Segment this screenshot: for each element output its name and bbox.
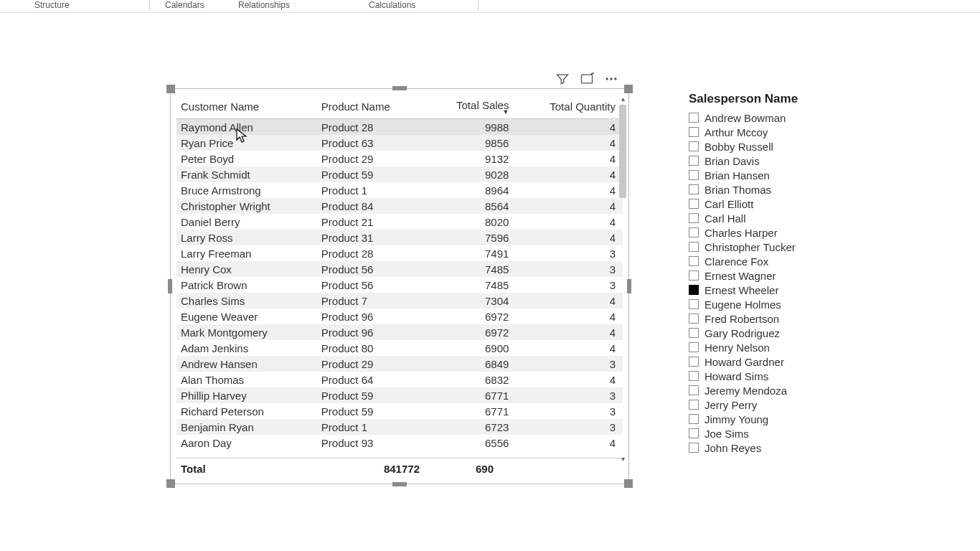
table-row[interactable]: Raymond AllenProduct 2899884 — [176, 119, 623, 136]
slicer-item[interactable]: Jerry Perry — [689, 397, 847, 412]
cell-qty[interactable]: 4 — [516, 340, 623, 356]
cell-qty[interactable]: 3 — [516, 419, 623, 435]
table-row[interactable]: Bruce ArmstrongProduct 189644 — [176, 182, 623, 198]
cell-product[interactable]: Product 80 — [317, 340, 428, 356]
cell-product[interactable]: Product 59 — [317, 403, 428, 419]
cell-customer[interactable]: Andrew Hansen — [176, 356, 317, 372]
cell-sales[interactable]: 7596 — [428, 230, 516, 245]
table-row[interactable]: Frank SchmidtProduct 5990284 — [176, 166, 623, 182]
cell-product[interactable]: Product 96 — [317, 324, 428, 340]
cell-qty[interactable]: 4 — [516, 372, 623, 387]
slicer-item[interactable]: Bobby Russell — [689, 139, 847, 154]
resize-handle-left[interactable] — [168, 279, 172, 293]
cell-qty[interactable]: 3 — [516, 403, 623, 419]
checkbox-icon[interactable] — [689, 357, 699, 367]
checkbox-icon[interactable] — [689, 156, 699, 166]
cell-qty[interactable]: 4 — [516, 151, 623, 166]
cell-sales[interactable]: 6771 — [428, 387, 516, 403]
cell-customer[interactable]: Daniel Berry — [176, 214, 317, 230]
checkbox-icon[interactable] — [689, 170, 699, 180]
slicer-item[interactable]: Brian Thomas — [689, 182, 847, 197]
checkbox-icon[interactable] — [689, 270, 699, 281]
slicer-item[interactable]: Howard Sims — [689, 369, 847, 383]
cell-sales[interactable]: 7485 — [428, 261, 516, 277]
cell-sales[interactable]: 9028 — [428, 166, 516, 182]
cell-sales[interactable]: 6556 — [428, 435, 516, 451]
cell-sales[interactable]: 6832 — [428, 372, 516, 387]
cell-customer[interactable]: Peter Boyd — [176, 151, 317, 166]
cell-product[interactable]: Product 93 — [317, 435, 428, 451]
cell-product[interactable]: Product 1 — [317, 182, 428, 198]
scroll-thumb[interactable] — [619, 105, 626, 198]
cell-qty[interactable]: 4 — [516, 230, 623, 245]
cell-sales[interactable]: 8964 — [428, 182, 516, 198]
table-row[interactable]: Aaron DayProduct 9365564 — [176, 435, 623, 451]
cell-qty[interactable]: 3 — [516, 387, 623, 403]
table-row[interactable]: Daniel BerryProduct 2180204 — [176, 214, 623, 230]
resize-handle-br[interactable] — [624, 479, 633, 488]
cell-product[interactable]: Product 59 — [317, 166, 428, 182]
cell-product[interactable]: Product 56 — [317, 261, 428, 277]
table-row[interactable]: Patrick BrownProduct 5674853 — [176, 277, 623, 293]
table-row[interactable]: Benjamin RyanProduct 167233 — [176, 419, 623, 435]
cell-sales[interactable]: 7485 — [428, 277, 516, 293]
cell-product[interactable]: Product 96 — [317, 309, 428, 324]
checkbox-icon[interactable] — [689, 213, 699, 223]
cell-qty[interactable]: 4 — [516, 135, 623, 151]
resize-handle-tl[interactable] — [166, 85, 175, 93]
slicer-item[interactable]: Andrew Bowman — [689, 110, 847, 125]
cell-sales[interactable]: 9856 — [428, 135, 516, 151]
slicer-item[interactable]: Ernest Wheeler — [689, 283, 847, 297]
table-row[interactable]: Christopher WrightProduct 8485644 — [176, 198, 623, 214]
cell-customer[interactable]: Larry Ross — [176, 230, 317, 245]
cell-product[interactable]: Product 1 — [317, 419, 428, 435]
cell-product[interactable]: Product 21 — [317, 214, 428, 230]
checkbox-icon[interactable] — [689, 443, 699, 453]
slicer-item[interactable]: Jimmy Young — [689, 412, 847, 426]
cell-customer[interactable]: Raymond Allen — [176, 119, 317, 136]
slicer-item[interactable]: Brian Hansen — [689, 168, 847, 182]
checkbox-icon[interactable] — [689, 414, 699, 424]
scroll-up-arrow[interactable]: ▴ — [618, 95, 627, 103]
table-row[interactable]: Adam JenkinsProduct 8069004 — [176, 340, 623, 356]
cell-customer[interactable]: Frank Schmidt — [176, 166, 317, 182]
data-table[interactable]: Customer Name Product Name Total Sales ▼… — [176, 95, 623, 451]
cell-product[interactable]: Product 7 — [317, 293, 428, 309]
checkbox-icon[interactable] — [689, 428, 699, 438]
slicer-item[interactable]: Howard Gardner — [689, 354, 847, 369]
cell-qty[interactable]: 4 — [516, 166, 623, 182]
cell-sales[interactable]: 8564 — [428, 198, 516, 214]
checkbox-icon[interactable] — [689, 242, 699, 252]
cell-customer[interactable]: Christopher Wright — [176, 198, 317, 214]
slicer-item[interactable]: Joe Sims — [689, 426, 847, 441]
cell-product[interactable]: Product 31 — [317, 230, 428, 245]
cell-sales[interactable]: 6972 — [428, 309, 516, 324]
checkbox-icon[interactable] — [689, 328, 699, 338]
slicer-item[interactable]: Carl Elliott — [689, 197, 847, 211]
focus-mode-icon[interactable] — [580, 72, 594, 88]
cell-sales[interactable]: 9132 — [428, 151, 516, 166]
cell-qty[interactable]: 4 — [516, 324, 623, 340]
cell-customer[interactable]: Richard Peterson — [176, 403, 317, 419]
resize-handle-top[interactable] — [392, 86, 407, 90]
cell-qty[interactable]: 4 — [516, 309, 623, 324]
slicer-item[interactable]: Clarence Fox — [689, 254, 847, 268]
more-options-icon[interactable] — [604, 72, 618, 88]
table-row[interactable]: Eugene WeaverProduct 9669724 — [176, 309, 623, 324]
cell-qty[interactable]: 4 — [516, 182, 623, 198]
slicer-item[interactable]: Brian Davis — [689, 154, 847, 168]
checkbox-icon[interactable] — [689, 285, 699, 295]
cell-sales[interactable]: 7491 — [428, 245, 516, 261]
slicer-list[interactable]: Andrew BowmanArthur MccoyBobby RussellBr… — [689, 110, 847, 455]
table-row[interactable]: Henry CoxProduct 5674853 — [176, 261, 623, 277]
cell-product[interactable]: Product 64 — [317, 372, 428, 387]
vertical-scrollbar[interactable]: ▴ ▾ — [618, 95, 627, 463]
slicer-item[interactable]: Jeremy Mendoza — [689, 383, 847, 397]
filter-icon[interactable] — [555, 72, 570, 88]
checkbox-icon[interactable] — [689, 227, 699, 237]
cell-sales[interactable]: 9988 — [428, 119, 516, 136]
cell-qty[interactable]: 4 — [516, 119, 623, 136]
table-header[interactable]: Customer Name Product Name Total Sales ▼… — [176, 95, 623, 119]
cell-customer[interactable]: Henry Cox — [176, 261, 317, 277]
checkbox-icon[interactable] — [689, 314, 699, 324]
